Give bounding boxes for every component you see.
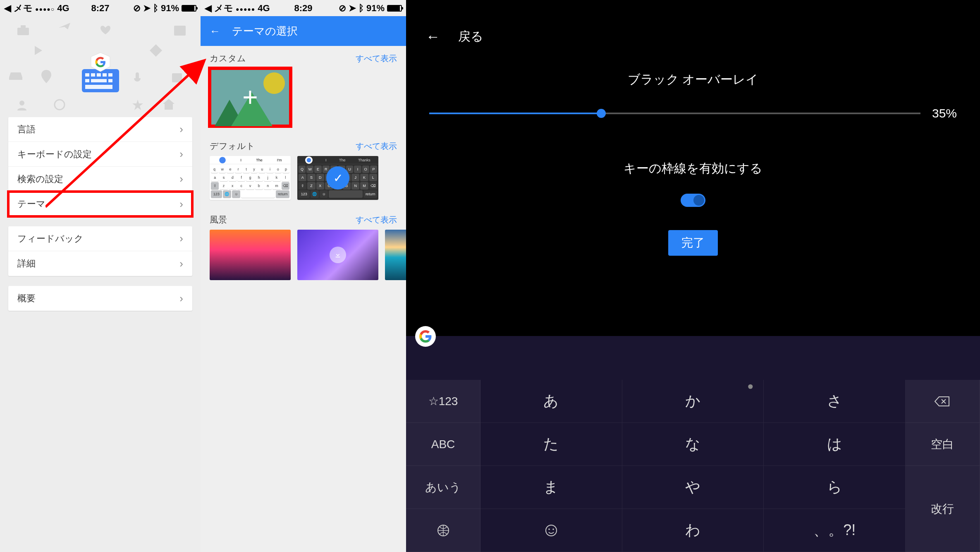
battery-icon [182,5,196,12]
location-icon: ➤ [349,3,356,14]
play-icon [33,45,44,56]
svg-rect-2 [174,26,186,36]
svg-point-21 [546,525,557,536]
svg-rect-0 [17,28,29,35]
back-label[interactable]: 戻る [458,28,483,45]
person-icon [17,100,27,110]
row-feedback[interactable]: フィードバック› [8,226,192,251]
section-custom-label: カスタム [210,53,246,64]
row-search-settings[interactable]: 検索の設定› [8,167,192,192]
key-emoji[interactable] [480,509,622,552]
done-button[interactable]: 完了 [668,230,718,256]
keyboard-preview: ☆123 あ か さ ABC た な は 空白 あいう ま や ら 改行 わ 、… [406,336,980,552]
add-custom-theme-tile[interactable]: + [210,68,291,126]
battery-pct: 91% [161,3,179,14]
back-to-app-label[interactable]: メモ [214,2,233,14]
svg-point-5 [19,101,24,106]
download-icon [330,247,346,263]
key-wa[interactable]: わ [622,509,764,552]
clock: 8:27 [91,3,109,14]
key-sa[interactable]: さ [764,380,906,423]
clock: 8:29 [294,3,312,14]
svg-point-6 [55,100,65,110]
battery-icon [387,5,402,12]
signal-dots-icon: ●●●●○ [35,3,55,14]
back-arrow-icon[interactable]: ← [426,29,440,45]
svg-point-23 [552,528,554,530]
theme-select-pane: ◀ メモ ●●●●● 4G 8:29 ⊘ ➤ ᛒ 91% ← テーマの選択 カス… [201,0,406,552]
key-globe[interactable] [406,509,480,552]
key-kana[interactable]: あいう [406,466,480,509]
back-to-app-label[interactable]: メモ [14,2,33,14]
borders-toggle[interactable] [681,194,705,207]
key-punct[interactable]: 、。?! [764,509,906,552]
status-bar: ◀ メモ ●●●●○ 4G 8:27 ⊘ ➤ ᛒ 91% [0,0,201,16]
key-num[interactable]: ☆123 [406,380,480,423]
section-landscape-label: 風景 [210,214,227,226]
svg-rect-9 [91,73,95,77]
svg-point-18 [219,157,226,163]
settings-pane: ◀ メモ ●●●●○ 4G 8:27 ⊘ ➤ ᛒ 91% [0,0,201,552]
chevron-right-icon: › [179,148,183,161]
settings-list-3: 概要› [8,286,192,311]
key-na[interactable]: な [622,423,764,466]
key-ma[interactable]: ま [480,466,622,509]
gboard-logo-icon [76,48,125,98]
orientation-lock-icon: ⊘ [133,3,141,14]
key-ka[interactable]: か [622,380,764,423]
key-abc[interactable]: ABC [406,423,480,466]
key-ya[interactable]: や [622,466,764,509]
plus-icon: + [242,82,258,113]
key-ta[interactable]: た [480,423,622,466]
image-icon [174,25,186,36]
home-icon [163,99,174,110]
theme-default-light[interactable]: ITheI'm qwertyuiop asdfghjkl ⇧zxcvbnm⌫ 1… [210,156,291,200]
back-to-app-icon[interactable]: ◀ [205,3,212,14]
briefcase-icon [17,24,30,36]
key-enter[interactable]: 改行 [906,466,980,552]
show-all-landscape[interactable]: すべて表示 [356,214,397,226]
app-bar: ← テーマの選択 [201,16,406,46]
show-all-default[interactable]: すべて表示 [356,141,397,152]
key-a[interactable]: あ [480,380,622,423]
chevron-right-icon: › [179,173,183,185]
chevron-right-icon: › [179,257,183,270]
star-icon [132,100,143,110]
key-ra[interactable]: ら [764,466,906,509]
key-ha[interactable]: は [764,423,906,466]
svg-rect-1 [21,25,26,28]
theme-default-dark[interactable]: ITheThanks QWERTYUIOP ASDFGHJKL ⇧ZXCVBNM… [297,156,378,200]
bluetooth-icon: ᛒ [153,3,158,14]
back-arrow-icon[interactable]: ← [210,25,220,38]
overlay-slider[interactable] [429,113,920,114]
overlay-pct: 35% [932,106,957,120]
calendar-icon [171,72,183,83]
show-all-custom[interactable]: すべて表示 [356,53,397,64]
row-language[interactable]: 言語› [8,117,192,142]
location-icon: ➤ [143,3,151,14]
carrier-label: 4G [57,3,69,14]
borders-label: キーの枠線を有効にする [406,160,980,177]
directions-icon [150,44,162,57]
row-details[interactable]: 詳細› [8,251,192,276]
svg-rect-8 [85,73,89,77]
svg-rect-15 [108,79,112,82]
mic-icon [133,72,141,85]
key-space[interactable]: 空白 [906,423,980,466]
orientation-lock-icon: ⊘ [339,3,346,14]
landscape-theme-1[interactable] [210,230,291,280]
chevron-right-icon: › [179,292,183,305]
app-bar-title: テーマの選択 [232,24,298,38]
status-bar: ◀ メモ ●●●●● 4G 8:29 ⊘ ➤ ᛒ 91% [201,0,406,16]
svg-rect-16 [85,85,112,89]
row-theme[interactable]: テーマ› [8,192,192,216]
row-keyboard-settings[interactable]: キーボードの設定› [8,142,192,167]
svg-rect-10 [97,73,101,77]
row-about[interactable]: 概要› [8,286,192,311]
carrier-label: 4G [258,3,270,14]
landscape-theme-2[interactable] [297,230,378,280]
hero-area [0,16,201,117]
svg-rect-4 [172,73,182,82]
back-to-app-icon[interactable]: ◀ [4,3,11,14]
key-backspace[interactable] [906,380,980,423]
